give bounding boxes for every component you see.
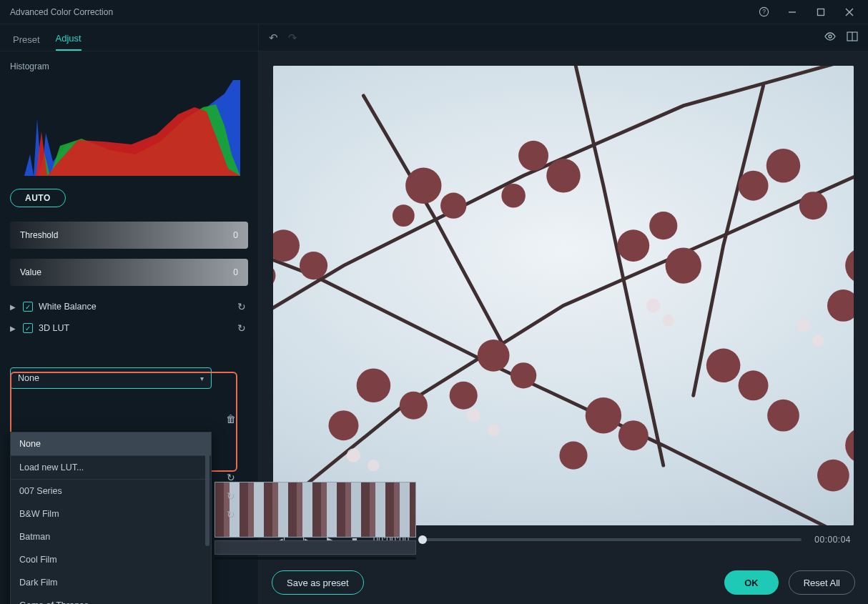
svg-point-13 [405,168,441,204]
reset-icon[interactable]: ↻ [225,509,237,520]
svg-point-52 [347,448,361,462]
reset-icon[interactable]: ↻ [235,301,248,312]
ok-button[interactable]: OK [724,570,779,595]
svg-point-28 [357,369,391,403]
histogram [10,76,240,176]
preview-panel: ↶ ↷ [259,24,868,604]
lut-select-value: None [18,373,200,383]
value-value: 0 [233,267,238,277]
svg-point-14 [440,193,466,219]
threshold-value: 0 [233,230,238,240]
chevron-right-icon: ▶ [10,325,17,332]
lut-label: 3D LUT [39,323,69,333]
titlebar: Advanced Color Correction ? [0,0,868,24]
svg-point-33 [450,382,478,410]
threshold-label: Threshold [20,230,233,240]
close-button[interactable] [835,3,864,21]
svg-point-42 [817,460,849,492]
svg-point-22 [739,171,769,201]
svg-point-24 [799,192,827,219]
chevron-down-icon: ▾ [200,375,204,382]
reset-icon[interactable]: ↻ [225,472,237,483]
lut-option-dark[interactable]: Dark Film [11,571,211,594]
timeline-clip[interactable] [214,482,416,568]
delete-lut-icon[interactable]: 🗑 [226,413,236,425]
reset-icon[interactable]: ↻ [235,322,248,334]
svg-point-15 [393,204,415,227]
dropdown-scrollbar[interactable] [205,435,209,604]
histogram-label: Histogram [10,61,248,71]
svg-text:?: ? [762,8,766,15]
svg-point-21 [666,247,701,283]
svg-point-34 [586,397,621,433]
lut-option-load[interactable]: Load new LUT... [11,456,211,479]
lut-option-cool[interactable]: Cool Film [11,548,211,571]
svg-point-6 [829,35,832,38]
svg-point-51 [662,315,674,327]
preview-toolbar: ↶ ↷ [259,24,868,51]
svg-point-31 [478,340,510,372]
lut-option-none[interactable]: None [11,432,211,455]
svg-point-23 [766,149,801,183]
lut-option-bw[interactable]: B&W Film [11,502,211,525]
svg-point-49 [488,425,500,437]
panel-tabs: Preset Adjust [0,24,258,51]
lut-row[interactable]: ▶ 3D LUT ↻ [10,317,248,339]
white-balance-label: White Balance [39,302,97,312]
maximize-button[interactable] [807,3,835,21]
value-label: Value [20,267,233,277]
svg-point-55 [812,335,824,347]
svg-point-19 [617,229,649,262]
svg-rect-3 [818,9,824,15]
save-preset-button[interactable]: Save as preset [272,570,364,595]
svg-point-32 [511,362,536,388]
preview-toggle-icon[interactable] [824,31,837,44]
svg-point-54 [797,319,811,333]
reset-icon[interactable]: ↻ [225,490,237,502]
auto-button[interactable]: AUTO [10,189,66,207]
svg-point-50 [646,299,661,313]
timecode-duration: 00:00:04 [814,535,851,545]
undo-button[interactable]: ↶ [269,31,278,44]
svg-point-29 [400,392,428,420]
tab-preset[interactable]: Preset [13,34,40,51]
seek-bar[interactable] [423,538,802,541]
tab-adjust[interactable]: Adjust [56,33,82,51]
svg-point-16 [518,141,548,171]
redo-button[interactable]: ↷ [288,31,297,44]
lut-dropdown[interactable]: None Load new LUT... 007 Series B&W Film… [10,432,212,604]
svg-point-53 [368,460,380,472]
svg-point-30 [329,410,359,440]
window-title: Advanced Color Correction [10,7,749,17]
svg-point-48 [466,408,480,422]
svg-point-39 [767,400,799,432]
white-balance-checkbox[interactable] [23,302,33,312]
white-balance-row[interactable]: ▶ White Balance ↻ [10,296,248,317]
svg-point-38 [739,370,769,400]
lut-option-007[interactable]: 007 Series [11,480,211,502]
help-button[interactable]: ? [749,3,778,21]
minimize-button[interactable] [778,3,807,21]
svg-point-36 [559,442,587,470]
video-preview[interactable] [273,66,854,525]
action-bar: Save as preset OK Reset All [259,561,868,604]
svg-point-18 [501,184,526,208]
chevron-right-icon: ▶ [10,303,17,311]
lut-checkbox[interactable] [23,323,33,333]
svg-point-37 [706,349,741,383]
lut-option-batman[interactable]: Batman [11,525,211,548]
reset-all-button[interactable]: Reset All [789,570,855,595]
lut-select[interactable]: None ▾ [10,367,212,389]
lut-option-got[interactable]: Game of Thrones [11,594,211,604]
value-slider[interactable]: Value 0 [10,259,248,286]
svg-point-11 [300,252,327,279]
seek-knob[interactable] [418,535,427,544]
svg-point-17 [546,159,581,193]
svg-point-20 [649,212,677,239]
svg-point-35 [618,420,648,450]
extra-resets: ↻ ↻ ↻ [225,472,237,520]
threshold-slider[interactable]: Threshold 0 [10,222,248,249]
compare-view-icon[interactable] [847,31,858,44]
